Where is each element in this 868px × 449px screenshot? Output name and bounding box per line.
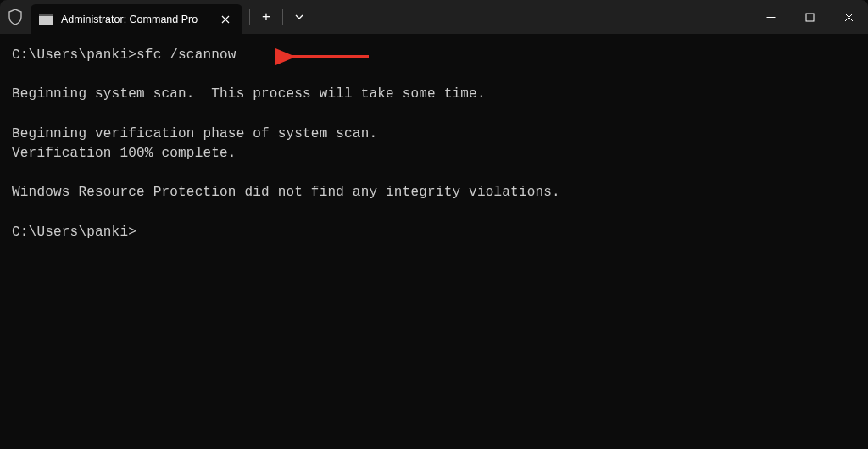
typed-command: sfc /scannow [136,47,236,63]
shield-icon [8,9,22,25]
active-tab[interactable]: Administrator: Command Pro [31,4,242,34]
minimize-button[interactable] [751,0,790,34]
output-line: Beginning system scan. This process will… [12,86,486,102]
window-titlebar: Administrator: Command Pro + [0,0,868,34]
close-icon [844,13,854,22]
maximize-button[interactable] [790,0,829,34]
window-close-button[interactable] [829,0,868,34]
new-tab-button[interactable]: + [252,3,281,30]
tab-title: Administrator: Command Pro [61,14,209,25]
minimize-icon [766,13,776,22]
terminal-output[interactable]: C:\Users\panki>sfc /scannow Beginning sy… [0,34,868,254]
maximize-icon [805,13,815,22]
output-line: Verification 100% complete. [12,146,236,161]
prompt-2: C:\Users\panki> [12,224,136,240]
cmd-icon [39,14,53,25]
chevron-down-icon [295,13,303,21]
tab-divider [249,9,250,25]
prompt-1: C:\Users\panki>sfc /scannow [12,47,236,63]
tab-divider-2 [282,9,283,25]
tab-close-button[interactable] [217,11,234,28]
tab-dropdown-button[interactable] [285,3,314,30]
output-line: Windows Resource Protection did not find… [12,185,560,200]
titlebar-left: Administrator: Command Pro + [0,0,314,34]
output-line: Beginning verification phase of system s… [12,126,377,141]
tab-actions: + [242,0,314,34]
window-controls [751,0,868,34]
admin-shield-container [0,0,31,34]
prompt-text: C:\Users\panki> [12,47,136,63]
svg-rect-0 [806,14,814,21]
